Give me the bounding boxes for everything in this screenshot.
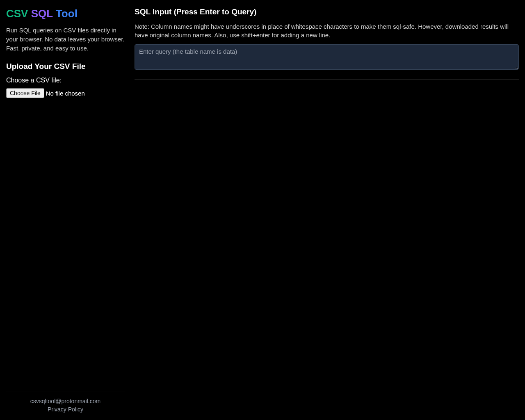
sidebar-divider — [6, 56, 125, 56]
main-divider — [135, 80, 519, 80]
title-word-sql: SQL — [31, 7, 53, 20]
app-title: CSV SQL Tool — [6, 7, 125, 20]
sidebar-top: CSV SQL Tool Run SQL queries on CSV file… — [6, 7, 125, 392]
footer-privacy-link[interactable]: Privacy Policy — [6, 406, 125, 413]
file-input-row: Choose File No file chosen — [6, 88, 125, 98]
sidebar: CSV SQL Tool Run SQL queries on CSV file… — [0, 0, 131, 420]
footer-email: csvsqltool@protonmail.com — [6, 398, 125, 404]
upload-heading: Upload Your CSV File — [6, 62, 125, 71]
app-description-line2: Fast, private, and easy to use. — [6, 44, 125, 53]
sidebar-footer: csvsqltool@protonmail.com Privacy Policy — [6, 392, 125, 413]
file-status-text: No file chosen — [46, 90, 85, 97]
choose-file-button[interactable]: Choose File — [6, 88, 44, 98]
main-content: SQL Input (Press Enter to Query) Note: C… — [131, 0, 525, 420]
choose-file-label: Choose a CSV file: — [6, 77, 125, 84]
sql-input-heading: SQL Input (Press Enter to Query) — [135, 7, 519, 16]
sql-query-input[interactable] — [135, 44, 519, 70]
sql-note-text: Note: Column names might have underscore… — [135, 22, 519, 39]
title-word-csv: CSV — [6, 7, 28, 20]
app-description-line1: Run SQL queries on CSV files directly in… — [6, 26, 125, 44]
title-word-tool: Tool — [56, 7, 78, 20]
